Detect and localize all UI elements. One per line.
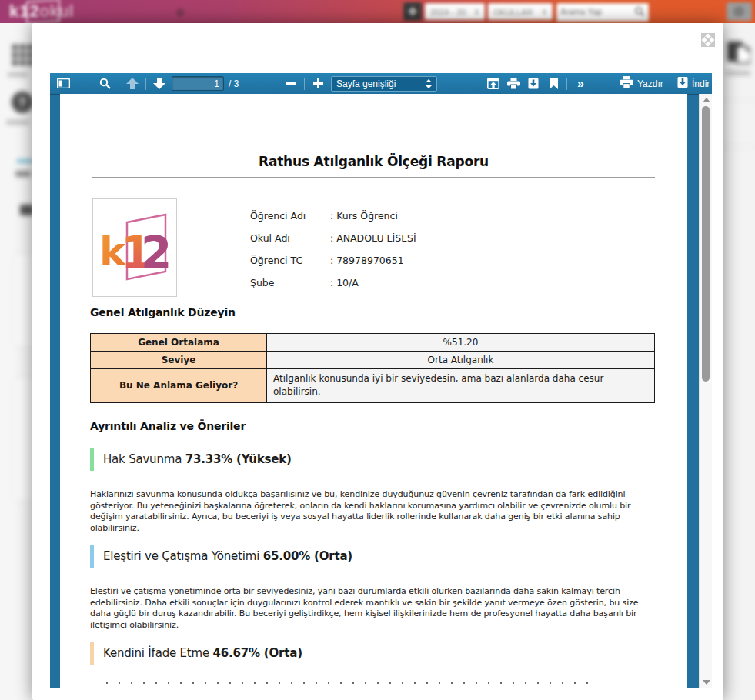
- pdf-page: Rathus Atılganlık Ölçeği Raporu: [60, 94, 687, 688]
- svg-text:?: ?: [18, 95, 26, 110]
- table-row: Bu Ne Anlama Geliyor? Atılganlık konusun…: [91, 369, 655, 403]
- print-icon[interactable]: [503, 74, 523, 93]
- analysis-section-heading: Hak Savunma 73.33% (Yüksek): [90, 448, 292, 471]
- accent-bar-green: [90, 448, 94, 471]
- download-button-icon: [677, 76, 688, 92]
- app-header: k12okul ✥ ✥ 2024 - 20⇕ OKULLAR⇕: [0, 0, 755, 23]
- bookmark-icon[interactable]: [543, 74, 563, 93]
- info-row: Öğrenci TC : 78978970651: [250, 255, 404, 266]
- logo-digit-2: 2: [141, 227, 172, 279]
- pdf-viewer: / 3 Sayfa genişliği: [50, 73, 712, 688]
- page-count-label: / 3: [229, 78, 239, 89]
- open-file-icon[interactable]: [483, 74, 503, 93]
- info-row: Okul Adı : ANADOLU LİSESİ: [250, 232, 416, 244]
- scroll-down-icon[interactable]: [703, 680, 710, 685]
- document-copy-icon[interactable]: [726, 40, 750, 69]
- info-row: Öğrenci Adı : Kurs Öğrenci: [250, 210, 398, 222]
- report-title: Rathus Atılganlık Ölçeği Raporu: [60, 154, 687, 169]
- apps-grid-icon[interactable]: [12, 45, 34, 69]
- table-row: Seviye Orta Atılganlık: [91, 352, 655, 369]
- table-row: Genel Ortalama %51.20: [91, 334, 655, 352]
- scroll-up-icon[interactable]: [703, 98, 710, 102]
- accent-bar-blue: [90, 545, 94, 568]
- zoom-out-icon[interactable]: [281, 74, 301, 93]
- download-icon[interactable]: [523, 74, 543, 93]
- header-expand-icon[interactable]: ✥: [175, 6, 188, 18]
- find-icon[interactable]: [95, 74, 115, 93]
- analysis-paragraph: Eleştiri ve çatışma yönetiminde orta bir…: [90, 586, 660, 631]
- analysis-section-heading: Kendini İfade Etme 46.67% (Orta): [90, 642, 302, 665]
- term-select[interactable]: 2024 - 20⇕: [425, 3, 485, 20]
- tab-label: [15, 171, 31, 177]
- analysis-section-heading: Eleştiri ve Çatışma Yönetimi 65.00% (Ort…: [90, 545, 352, 568]
- search-box[interactable]: [556, 3, 649, 22]
- accent-bar-peach: [90, 642, 94, 665]
- select-arrows-icon: [426, 79, 432, 88]
- school-select[interactable]: OKULLAR⇕: [488, 3, 553, 20]
- page-down-icon[interactable]: [149, 74, 169, 93]
- screen: k12okul ✥ ✥ 2024 - 20⇕ OKULLAR⇕: [0, 0, 755, 700]
- rail-label: [726, 71, 750, 75]
- page-up-icon[interactable]: [122, 74, 142, 93]
- fullscreen-toggle-icon[interactable]: ✥: [403, 2, 422, 21]
- modal-expand-icon[interactable]: [700, 32, 716, 48]
- info-row: Şube : 10/A: [250, 277, 359, 288]
- search-icon[interactable]: [634, 6, 645, 20]
- print-button-label: Yazdır: [637, 78, 663, 89]
- zoom-mode-select[interactable]: Sayfa genişliği: [331, 76, 437, 92]
- app-logo: k12okul: [9, 2, 74, 22]
- analysis-heading: Ayrıntılı Analiz ve Öneriler: [90, 420, 246, 432]
- print-button[interactable]: Yazdır: [620, 73, 663, 94]
- more-tools-icon[interactable]: »: [570, 74, 590, 93]
- rail-label: [6, 120, 29, 125]
- help-icon[interactable]: ?: [11, 91, 34, 117]
- pdf-scrollbar[interactable]: [699, 94, 712, 688]
- right-rail: [722, 23, 755, 700]
- page-number-input[interactable]: [172, 76, 224, 91]
- active-tab-indicator: [17, 160, 34, 162]
- summary-heading: Genel Atılganlık Düzeyin: [90, 306, 236, 318]
- print-button-icon: [620, 76, 633, 92]
- search-input[interactable]: [557, 4, 634, 19]
- pdf-toolbar: / 3 Sayfa genişliği: [50, 73, 712, 95]
- k12-logo: k 1 2: [92, 198, 177, 297]
- download-button-label: İndir: [692, 78, 710, 89]
- rail-label: [8, 72, 28, 77]
- download-button[interactable]: İndir: [677, 73, 710, 94]
- title-divider: [92, 177, 655, 178]
- scrollbar-thumb[interactable]: [702, 106, 710, 382]
- zoom-in-icon[interactable]: [308, 74, 328, 93]
- header-gray-button[interactable]: [727, 2, 752, 21]
- left-rail: ?: [0, 23, 34, 700]
- clipped-text-line: [106, 682, 599, 684]
- sidebar-toggle-icon[interactable]: [53, 74, 73, 93]
- analysis-paragraph: Haklarınızı savunma konusunda oldukça ba…: [90, 489, 660, 534]
- report-modal: / 3 Sayfa genişliği: [32, 23, 723, 700]
- summary-table: Genel Ortalama %51.20 Seviye Orta Atılga…: [90, 333, 655, 403]
